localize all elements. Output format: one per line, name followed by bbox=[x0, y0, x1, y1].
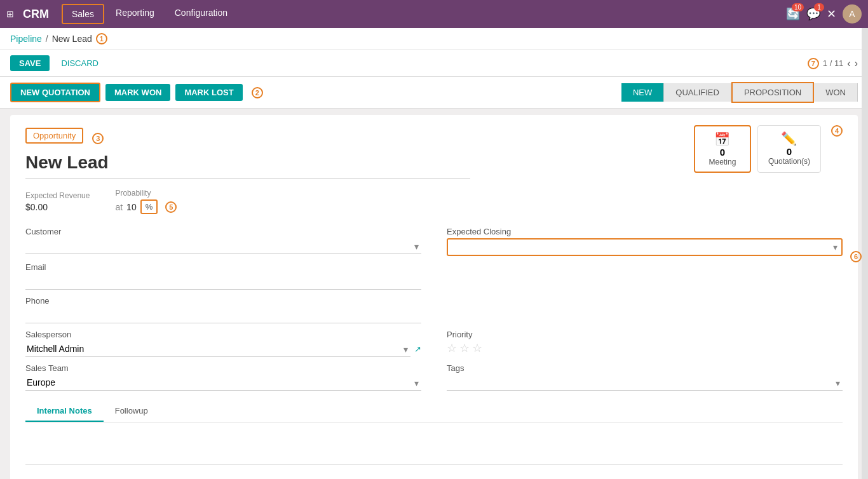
tab-internal-notes[interactable]: Internal Notes bbox=[25, 401, 104, 422]
messages-badge: 1 bbox=[814, 3, 824, 11]
priority-label: Priority bbox=[447, 330, 843, 339]
save-button[interactable]: SAVE bbox=[10, 55, 50, 71]
topnav-right: 🔄 10 💬 1 ✕ A bbox=[786, 4, 862, 24]
expected-closing-field: Expected Closing ▾ 6 bbox=[447, 227, 843, 256]
stage-new[interactable]: NEW bbox=[621, 83, 664, 102]
phone-input[interactable] bbox=[25, 307, 421, 323]
customer-input[interactable] bbox=[25, 238, 421, 254]
sales-team-label: Sales Team bbox=[25, 363, 421, 373]
annotation-4: 4 bbox=[831, 125, 843, 137]
breadcrumb-separator: / bbox=[46, 34, 48, 44]
expected-revenue-label: Expected Revenue bbox=[25, 191, 90, 200]
sales-team-field: Sales Team ▾ bbox=[25, 363, 421, 391]
tab-content-internal-notes bbox=[25, 422, 843, 479]
new-quotation-button[interactable]: NEW QUOTATION bbox=[10, 83, 100, 102]
pagination-prev[interactable]: ‹ bbox=[847, 58, 850, 69]
form-card: 📅 0 Meeting ✏️ 0 Quotation(s) 4 Opportun… bbox=[10, 115, 858, 479]
scrollbar[interactable] bbox=[862, 28, 868, 479]
priority-field: Priority ☆ ☆ ☆ bbox=[447, 330, 843, 357]
salesperson-priority-row: Salesperson ▾ ↗ Priority ☆ ☆ ☆ bbox=[25, 330, 843, 357]
breadcrumb: Pipeline / New Lead 1 bbox=[0, 28, 868, 50]
tabs-bar: Internal Notes Followup bbox=[25, 401, 843, 422]
meeting-button[interactable]: 📅 0 Meeting bbox=[694, 125, 751, 173]
star-1[interactable]: ☆ bbox=[447, 341, 457, 355]
mark-won-button[interactable]: MARK WON bbox=[105, 84, 170, 101]
priority-stars[interactable]: ☆ ☆ ☆ bbox=[447, 341, 843, 355]
activity-badge: 10 bbox=[792, 3, 804, 11]
meeting-label: Meeting bbox=[709, 158, 736, 166]
meeting-count: 0 bbox=[720, 147, 725, 158]
annotation-7: 7 bbox=[808, 58, 819, 69]
email-row: Email bbox=[25, 262, 843, 290]
expected-closing-input[interactable] bbox=[447, 238, 843, 256]
tags-select-wrapper: ▾ bbox=[447, 375, 843, 391]
menu-item-reporting[interactable]: Reporting bbox=[107, 4, 163, 24]
customer-label: Customer bbox=[25, 227, 421, 236]
discard-button[interactable]: DISCARD bbox=[55, 55, 105, 71]
probability-label: Probability bbox=[115, 189, 177, 198]
probability-percent-button[interactable]: % bbox=[140, 199, 158, 214]
salesperson-input[interactable] bbox=[25, 341, 410, 357]
quotation-button[interactable]: ✏️ 0 Quotation(s) bbox=[757, 125, 821, 173]
probability-group: Probability at 10 % 5 bbox=[115, 189, 177, 214]
customer-closing-row: Customer ▾ Expected Closing ▾ 6 bbox=[25, 227, 843, 256]
salesperson-label: Salesperson bbox=[25, 330, 421, 339]
annotation-5: 5 bbox=[165, 201, 177, 213]
lead-title: New Lead bbox=[25, 152, 470, 179]
menu-item-configuration[interactable]: Configuration bbox=[166, 4, 236, 24]
probability-row: at 10 % 5 bbox=[115, 199, 177, 214]
phone-row: Phone bbox=[25, 296, 843, 323]
activity-icon-wrapper[interactable]: 🔄 10 bbox=[786, 7, 800, 21]
expected-revenue-group: Expected Revenue $0.00 bbox=[25, 191, 90, 212]
tab-followup[interactable]: Followup bbox=[104, 401, 159, 422]
topnav-menu: Sales Reporting Configuration bbox=[62, 4, 786, 24]
email-input[interactable] bbox=[25, 274, 421, 290]
phone-right-spacer bbox=[447, 296, 843, 323]
stage-qualified[interactable]: QUALIFIED bbox=[664, 83, 731, 102]
menu-item-sales[interactable]: Sales bbox=[62, 4, 104, 24]
phone-field: Phone bbox=[25, 296, 421, 323]
star-2[interactable]: ☆ bbox=[459, 341, 470, 355]
app-logo: CRM bbox=[23, 8, 49, 21]
close-icon[interactable]: ✕ bbox=[827, 7, 836, 21]
annotation-1: 1 bbox=[96, 33, 107, 44]
tags-input[interactable] bbox=[447, 375, 843, 391]
sales-team-input[interactable] bbox=[25, 375, 421, 391]
messages-icon-wrapper[interactable]: 💬 1 bbox=[806, 7, 820, 21]
main-content: 📅 0 Meeting ✏️ 0 Quotation(s) 4 Opportun… bbox=[0, 109, 868, 479]
quotation-icon: ✏️ bbox=[781, 131, 797, 146]
opportunity-badge[interactable]: Opportunity bbox=[25, 128, 83, 144]
action-bar: SAVE DISCARD 7 1 / 11 ‹ › bbox=[0, 50, 868, 77]
salesperson-select-wrapper: ▾ bbox=[25, 341, 410, 357]
annotation-6: 6 bbox=[850, 251, 862, 262]
salesperson-row: ▾ ↗ bbox=[25, 341, 421, 357]
quotation-count: 0 bbox=[787, 146, 792, 157]
salesperson-external-link-icon[interactable]: ↗ bbox=[414, 344, 421, 354]
email-label: Email bbox=[25, 262, 421, 272]
pagination: 7 1 / 11 ‹ › bbox=[804, 58, 858, 69]
star-3[interactable]: ☆ bbox=[472, 341, 482, 355]
tab-content-line bbox=[25, 464, 843, 465]
stage-won[interactable]: WON bbox=[814, 83, 858, 102]
salesperson-field: Salesperson ▾ ↗ bbox=[25, 330, 421, 357]
grid-icon[interactable]: ⊞ bbox=[6, 9, 14, 19]
email-right-spacer bbox=[447, 262, 843, 290]
smart-buttons: 📅 0 Meeting ✏️ 0 Quotation(s) 4 bbox=[694, 125, 843, 173]
mark-lost-button[interactable]: MARK LOST bbox=[175, 84, 242, 101]
breadcrumb-pipeline-link[interactable]: Pipeline bbox=[10, 34, 42, 44]
pagination-next[interactable]: › bbox=[855, 58, 858, 69]
topnav: ⊞ CRM Sales Reporting Configuration 🔄 10… bbox=[0, 0, 868, 28]
closing-dropdown-arrow: ▾ bbox=[833, 242, 837, 252]
expected-revenue-value: $0.00 bbox=[25, 202, 90, 212]
breadcrumb-current: New Lead bbox=[52, 34, 92, 44]
stage-bar: NEW QUALIFIED PROPOSITION WON bbox=[621, 82, 858, 103]
customer-select-wrapper: ▾ bbox=[25, 238, 421, 254]
annotation-3: 3 bbox=[92, 133, 104, 144]
rev-prob-row: Expected Revenue $0.00 Probability at 10… bbox=[25, 189, 843, 214]
salesteam-tags-row: Sales Team ▾ Tags ▾ bbox=[25, 363, 843, 391]
avatar[interactable]: A bbox=[843, 4, 862, 24]
stage-proposition[interactable]: PROPOSITION bbox=[731, 82, 814, 103]
sales-team-select-wrapper: ▾ bbox=[25, 375, 421, 391]
probability-at: at bbox=[115, 202, 123, 212]
tags-field: Tags ▾ bbox=[447, 363, 843, 391]
